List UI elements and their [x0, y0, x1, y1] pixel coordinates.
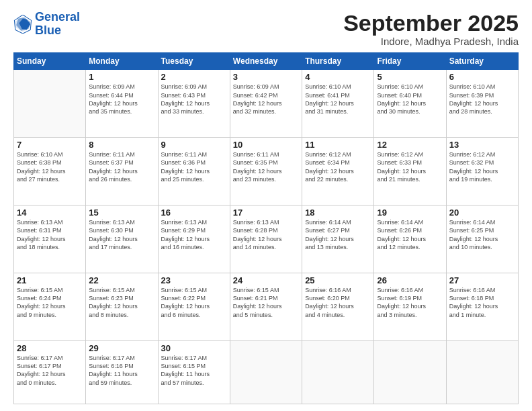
title-block: September 2025 Indore, Madhya Pradesh, I…: [343, 11, 519, 47]
day-info: Sunrise: 6:11 AM Sunset: 6:36 PM Dayligh…: [161, 150, 227, 183]
day-cell-7: 7Sunrise: 6:10 AM Sunset: 6:38 PM Daylig…: [14, 138, 86, 205]
page: General Blue September 2025 Indore, Madh…: [0, 0, 532, 411]
day-number: 30: [161, 343, 227, 353]
day-cell-21: 21Sunrise: 6:15 AM Sunset: 6:24 PM Dayli…: [14, 273, 86, 341]
week-row-5: 28Sunrise: 6:17 AM Sunset: 6:17 PM Dayli…: [14, 341, 519, 404]
day-number: 13: [449, 140, 515, 150]
day-cell-28: 28Sunrise: 6:17 AM Sunset: 6:17 PM Dayli…: [14, 341, 86, 404]
week-row-3: 14Sunrise: 6:13 AM Sunset: 6:31 PM Dayli…: [14, 205, 519, 273]
day-info: Sunrise: 6:15 AM Sunset: 6:21 PM Dayligh…: [233, 286, 299, 319]
day-info: Sunrise: 6:13 AM Sunset: 6:30 PM Dayligh…: [89, 218, 154, 251]
day-number: 2: [161, 72, 227, 82]
day-info: Sunrise: 6:16 AM Sunset: 6:20 PM Dayligh…: [305, 286, 371, 319]
day-cell-16: 16Sunrise: 6:13 AM Sunset: 6:29 PM Dayli…: [158, 205, 230, 273]
day-number: 29: [89, 343, 154, 353]
day-info: Sunrise: 6:16 AM Sunset: 6:19 PM Dayligh…: [377, 286, 443, 319]
day-number: 27: [449, 275, 515, 285]
day-cell-19: 19Sunrise: 6:14 AM Sunset: 6:26 PM Dayli…: [374, 205, 446, 273]
day-cell-1: 1Sunrise: 6:09 AM Sunset: 6:44 PM Daylig…: [86, 70, 158, 138]
header: General Blue September 2025 Indore, Madh…: [13, 11, 519, 47]
day-number: 15: [89, 208, 154, 218]
day-info: Sunrise: 6:17 AM Sunset: 6:16 PM Dayligh…: [89, 354, 154, 387]
day-cell-29: 29Sunrise: 6:17 AM Sunset: 6:16 PM Dayli…: [86, 341, 158, 404]
week-row-4: 21Sunrise: 6:15 AM Sunset: 6:24 PM Dayli…: [14, 273, 519, 341]
logo-icon: [13, 15, 32, 34]
calendar-header-sunday: Sunday: [14, 53, 86, 70]
day-info: Sunrise: 6:10 AM Sunset: 6:41 PM Dayligh…: [305, 83, 371, 116]
day-cell-13: 13Sunrise: 6:12 AM Sunset: 6:32 PM Dayli…: [446, 138, 518, 205]
day-cell-9: 9Sunrise: 6:11 AM Sunset: 6:36 PM Daylig…: [158, 138, 230, 205]
day-cell-20: 20Sunrise: 6:14 AM Sunset: 6:25 PM Dayli…: [446, 205, 518, 273]
calendar-header-tuesday: Tuesday: [158, 53, 230, 70]
logo: General Blue: [13, 11, 80, 38]
day-cell-22: 22Sunrise: 6:15 AM Sunset: 6:23 PM Dayli…: [86, 273, 158, 341]
day-cell-30: 30Sunrise: 6:17 AM Sunset: 6:15 PM Dayli…: [158, 341, 230, 404]
day-number: 18: [305, 208, 371, 218]
day-number: 9: [161, 140, 227, 150]
day-cell-3: 3Sunrise: 6:09 AM Sunset: 6:42 PM Daylig…: [230, 70, 302, 138]
day-number: 8: [89, 140, 154, 150]
day-info: Sunrise: 6:15 AM Sunset: 6:24 PM Dayligh…: [17, 286, 83, 319]
calendar-header-saturday: Saturday: [446, 53, 518, 70]
day-info: Sunrise: 6:12 AM Sunset: 6:32 PM Dayligh…: [449, 150, 515, 183]
day-info: Sunrise: 6:15 AM Sunset: 6:23 PM Dayligh…: [89, 286, 154, 319]
day-info: Sunrise: 6:16 AM Sunset: 6:18 PM Dayligh…: [449, 286, 515, 319]
day-number: 1: [89, 72, 154, 82]
day-number: 4: [305, 72, 371, 82]
day-info: Sunrise: 6:12 AM Sunset: 6:34 PM Dayligh…: [305, 150, 371, 183]
calendar-header-monday: Monday: [86, 53, 158, 70]
day-number: 5: [377, 72, 443, 82]
day-info: Sunrise: 6:15 AM Sunset: 6:22 PM Dayligh…: [161, 286, 227, 319]
day-number: 28: [17, 343, 83, 353]
logo-text: General Blue: [35, 11, 80, 38]
day-cell-27: 27Sunrise: 6:16 AM Sunset: 6:18 PM Dayli…: [446, 273, 518, 341]
day-info: Sunrise: 6:12 AM Sunset: 6:33 PM Dayligh…: [377, 150, 443, 183]
day-info: Sunrise: 6:17 AM Sunset: 6:15 PM Dayligh…: [161, 354, 227, 387]
day-cell-14: 14Sunrise: 6:13 AM Sunset: 6:31 PM Dayli…: [14, 205, 86, 273]
day-number: 16: [161, 208, 227, 218]
day-number: 24: [233, 275, 299, 285]
day-cell-4: 4Sunrise: 6:10 AM Sunset: 6:41 PM Daylig…: [302, 70, 374, 138]
logo-line2: Blue: [35, 24, 80, 38]
day-info: Sunrise: 6:14 AM Sunset: 6:25 PM Dayligh…: [449, 218, 515, 251]
calendar-header-friday: Friday: [374, 53, 446, 70]
logo-line1: General: [35, 10, 80, 24]
month-title: September 2025: [343, 11, 519, 36]
day-number: 12: [377, 140, 443, 150]
day-info: Sunrise: 6:10 AM Sunset: 6:38 PM Dayligh…: [17, 150, 83, 183]
day-info: Sunrise: 6:13 AM Sunset: 6:29 PM Dayligh…: [161, 218, 227, 251]
day-cell-25: 25Sunrise: 6:16 AM Sunset: 6:20 PM Dayli…: [302, 273, 374, 341]
day-info: Sunrise: 6:14 AM Sunset: 6:27 PM Dayligh…: [305, 218, 371, 251]
calendar: SundayMondayTuesdayWednesdayThursdayFrid…: [13, 52, 519, 404]
empty-cell: [230, 341, 302, 404]
day-number: 7: [17, 140, 83, 150]
day-info: Sunrise: 6:09 AM Sunset: 6:43 PM Dayligh…: [161, 83, 227, 116]
day-number: 22: [89, 275, 154, 285]
day-cell-5: 5Sunrise: 6:10 AM Sunset: 6:40 PM Daylig…: [374, 70, 446, 138]
day-info: Sunrise: 6:13 AM Sunset: 6:28 PM Dayligh…: [233, 218, 299, 251]
empty-cell: [302, 341, 374, 404]
day-cell-18: 18Sunrise: 6:14 AM Sunset: 6:27 PM Dayli…: [302, 205, 374, 273]
day-cell-12: 12Sunrise: 6:12 AM Sunset: 6:33 PM Dayli…: [374, 138, 446, 205]
day-number: 17: [233, 208, 299, 218]
calendar-header-row: SundayMondayTuesdayWednesdayThursdayFrid…: [14, 53, 519, 70]
day-number: 21: [17, 275, 83, 285]
day-cell-8: 8Sunrise: 6:11 AM Sunset: 6:37 PM Daylig…: [86, 138, 158, 205]
day-number: 11: [305, 140, 371, 150]
day-number: 25: [305, 275, 371, 285]
empty-cell: [446, 341, 518, 404]
day-info: Sunrise: 6:10 AM Sunset: 6:39 PM Dayligh…: [449, 83, 515, 116]
day-cell-23: 23Sunrise: 6:15 AM Sunset: 6:22 PM Dayli…: [158, 273, 230, 341]
day-info: Sunrise: 6:09 AM Sunset: 6:44 PM Dayligh…: [89, 83, 154, 116]
day-number: 3: [233, 72, 299, 82]
day-cell-2: 2Sunrise: 6:09 AM Sunset: 6:43 PM Daylig…: [158, 70, 230, 138]
day-number: 6: [449, 72, 515, 82]
day-cell-17: 17Sunrise: 6:13 AM Sunset: 6:28 PM Dayli…: [230, 205, 302, 273]
day-info: Sunrise: 6:11 AM Sunset: 6:37 PM Dayligh…: [89, 150, 154, 183]
day-cell-26: 26Sunrise: 6:16 AM Sunset: 6:19 PM Dayli…: [374, 273, 446, 341]
location: Indore, Madhya Pradesh, India: [343, 36, 519, 47]
day-number: 10: [233, 140, 299, 150]
day-info: Sunrise: 6:10 AM Sunset: 6:40 PM Dayligh…: [377, 83, 443, 116]
calendar-header-thursday: Thursday: [302, 53, 374, 70]
day-cell-24: 24Sunrise: 6:15 AM Sunset: 6:21 PM Dayli…: [230, 273, 302, 341]
